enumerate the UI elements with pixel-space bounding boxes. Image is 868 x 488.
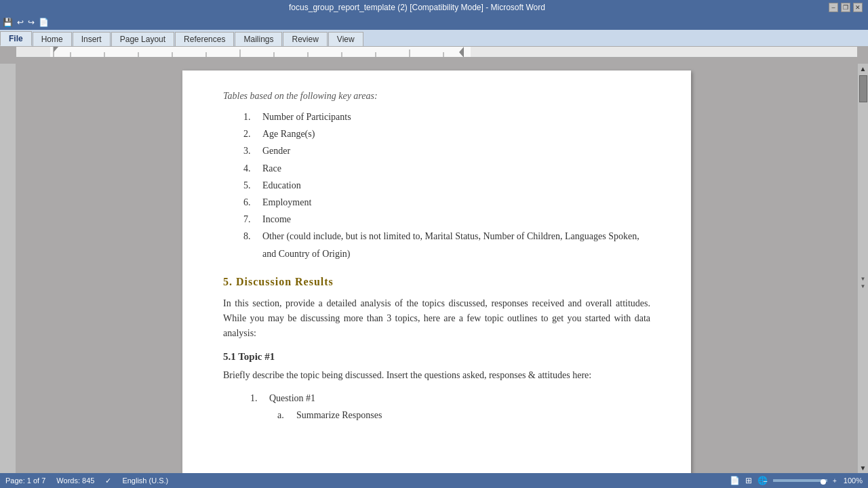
list-item: 1. Question #1 — [250, 390, 650, 407]
tab-file[interactable]: File — [0, 31, 32, 46]
tab-page-layout[interactable]: Page Layout — [111, 32, 174, 46]
quick-access-toolbar: 💾 ↩ ↪ 📄 — [0, 15, 868, 30]
status-right: 📄 ⊞ 🌐 – + 100% — [730, 476, 863, 485]
view-icon-print[interactable]: 📄 — [730, 476, 740, 485]
list-num: 2. — [243, 125, 257, 142]
list-item: 8. Other (could include, but is not limi… — [243, 228, 650, 262]
zoom-plus[interactable]: + — [833, 477, 837, 485]
key-areas-list: 1. Number of Participants 2. Age Range(s… — [243, 108, 650, 262]
scroll-down-section[interactable]: ▼ ▼ — [860, 275, 867, 290]
list-item: 5. Education — [243, 177, 650, 194]
list-text: Other (could include, but is not limited… — [262, 228, 650, 262]
status-bar: Page: 1 of 7 Words: 845 ✓ English (U.S.)… — [0, 473, 868, 488]
list-text: Question #1 — [269, 390, 315, 407]
list-text: Age Range(s) — [262, 125, 315, 142]
list-num: 3. — [243, 142, 257, 159]
page: Tables based on the following key areas:… — [182, 70, 691, 473]
undo-icon[interactable]: ↩ — [17, 18, 24, 28]
list-num: 4. — [243, 160, 257, 177]
zoom-minus[interactable]: – — [764, 477, 768, 485]
language-status: English (U.S.) — [122, 476, 168, 485]
ruler-scale — [16, 47, 857, 57]
list-text: Summarize Responses — [296, 407, 382, 424]
list-num: a. — [277, 407, 291, 424]
list-num: 8. — [243, 228, 257, 245]
window-title: focus_group_report_template (2) [Compati… — [5, 3, 829, 12]
list-num: 7. — [243, 211, 257, 228]
page-scroll-btn[interactable]: ▼ — [860, 283, 867, 290]
response-list: a. Summarize Responses — [277, 407, 650, 424]
zoom-slider[interactable]: – + — [773, 479, 827, 482]
ruler — [16, 47, 857, 58]
tab-references[interactable]: References — [175, 32, 234, 46]
list-text: Gender — [262, 142, 290, 159]
document-area: Tables based on the following key areas:… — [16, 64, 857, 473]
ribbon-tabs: File Home Insert Page Layout References … — [0, 30, 868, 46]
list-item: 6. Employment — [243, 194, 650, 211]
question-list: 1. Question #1 — [250, 390, 650, 407]
intro-text: Tables based on the following key areas: — [223, 91, 650, 102]
tab-home[interactable]: Home — [33, 32, 72, 46]
redo-icon[interactable]: ↪ — [28, 18, 35, 28]
list-item: 3. Gender — [243, 142, 650, 159]
window-controls[interactable]: – ❐ ✕ — [829, 3, 863, 12]
list-text: Number of Participants — [262, 108, 351, 125]
zoom-thumb[interactable] — [821, 479, 826, 485]
tab-review[interactable]: Review — [283, 32, 327, 46]
list-item: 1. Number of Participants — [243, 108, 650, 125]
left-panel — [0, 64, 16, 473]
minimize-button[interactable]: – — [829, 3, 838, 12]
list-num: 1. — [250, 390, 264, 407]
zoom-percent: 100% — [844, 476, 863, 485]
title-bar: focus_group_report_template (2) [Compati… — [0, 0, 868, 15]
word-count: Words: 845 — [56, 476, 94, 485]
scroll-down-button[interactable]: ▼ — [859, 463, 868, 473]
save-icon[interactable]: 💾 — [3, 18, 13, 28]
list-item: 4. Race — [243, 160, 650, 177]
list-num: 5. — [243, 177, 257, 194]
ruler-marks — [16, 47, 857, 57]
scroll-up-button[interactable]: ▲ — [859, 64, 868, 74]
list-item: 7. Income — [243, 211, 650, 228]
ribbon: File Home Insert Page Layout References … — [0, 30, 868, 47]
right-scrollbar[interactable]: ▲ ▼ ▼ ▼ — [857, 64, 868, 473]
list-text: Employment — [262, 194, 311, 211]
list-text: Race — [262, 160, 281, 177]
list-item: 2. Age Range(s) — [243, 125, 650, 142]
tab-view[interactable]: View — [328, 32, 363, 46]
spell-check-icon[interactable]: ✓ — [105, 476, 111, 485]
list-text: Education — [262, 177, 301, 194]
section5-heading: 5. Discussion Results — [223, 276, 650, 288]
section5-text: In this section, provide a detailed anal… — [223, 296, 650, 342]
page-status: Page: 1 of 7 — [5, 476, 45, 485]
section51-text: Briefly describe the topic being discuss… — [223, 368, 650, 383]
svg-rect-1 — [50, 47, 471, 57]
list-num: 6. — [243, 194, 257, 211]
view-icon-fullscreen[interactable]: ⊞ — [745, 476, 752, 485]
section-scroll-btn[interactable]: ▼ — [860, 275, 867, 283]
close-button[interactable]: ✕ — [853, 3, 863, 12]
list-item: a. Summarize Responses — [277, 407, 650, 424]
new-doc-icon[interactable]: 📄 — [39, 18, 49, 28]
section51-heading: 5.1 Topic #1 — [223, 351, 650, 363]
tab-mailings[interactable]: Mailings — [235, 32, 282, 46]
tab-insert[interactable]: Insert — [73, 32, 111, 46]
scroll-thumb[interactable] — [859, 75, 867, 102]
list-text: Income — [262, 211, 291, 228]
list-num: 1. — [243, 108, 257, 125]
maximize-button[interactable]: ❐ — [841, 3, 850, 12]
